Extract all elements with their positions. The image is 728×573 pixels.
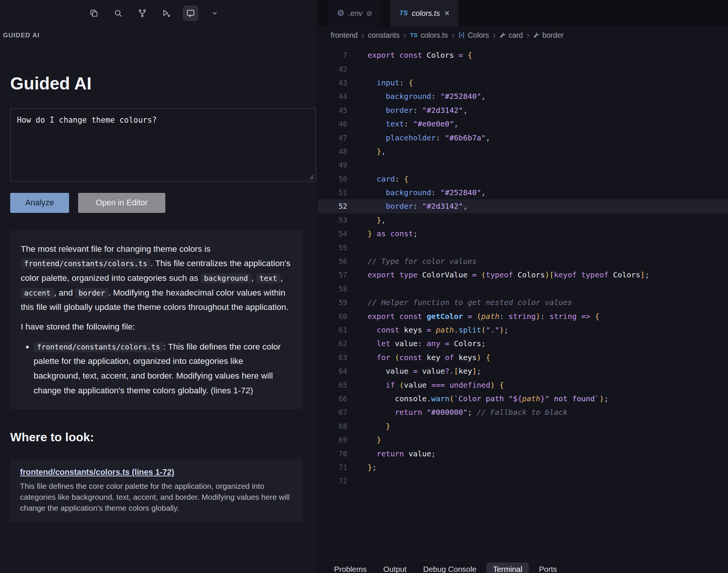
code-text: }, [368,216,386,225]
code-line-61[interactable]: 61 const keys = path.split("."); [318,323,728,337]
open-in-editor-button[interactable]: Open in Editor [78,193,165,213]
code-line-44[interactable]: 44 background: "#252840", [318,89,728,103]
code-line-54[interactable]: 54} as const; [318,227,728,240]
breadcrumb-item-border[interactable]: border [533,31,563,40]
git-branch-icon[interactable] [135,6,150,21]
code-line-60[interactable]: 60export const getColor = (path: string)… [318,309,728,323]
chevron-down-icon[interactable] [207,6,222,21]
resize-handle-icon[interactable] [309,174,314,180]
search-icon[interactable] [111,6,126,21]
line-number: 58 [318,285,347,293]
analyze-button[interactable]: Analyze [10,193,69,213]
line-number: 71 [318,463,347,471]
breadcrumb-separator: › [362,31,365,40]
code-line-45[interactable]: 45 border: "#2d3142", [318,103,728,117]
code-line-62[interactable]: 62 let value: any = Colors; [318,337,728,350]
breadcrumb-label: card [509,31,523,40]
code-line-66[interactable]: 66 console.warn(`Color path "${path}" no… [318,392,728,405]
query-input[interactable]: How do I change theme colours? [10,108,316,182]
panel-tabbar: ProblemsOutputDebug ConsoleTerminalPorts [318,560,728,573]
code-line-67[interactable]: 67 return "#000000"; // Fallback to blac… [318,405,728,419]
code-line-65[interactable]: 65 if (value === undefined) { [318,378,728,391]
code-line-71[interactable]: 71}; [318,461,728,474]
code-line-68[interactable]: 68 } [318,419,728,433]
line-number: 57 [318,271,347,279]
code-line-50[interactable]: 50 card: { [318,172,728,186]
code-line-58[interactable]: 58 [318,282,728,296]
breadcrumb-item-colors[interactable]: Colors [458,31,489,40]
breadcrumb-item-card[interactable]: card [500,31,523,40]
query-container: How do I change theme colours? [10,108,316,182]
line-number: 42 [318,65,347,73]
code-line-64[interactable]: 64 value = value?.[key]; [318,364,728,378]
line-number: 51 [318,188,347,197]
line-number: 62 [318,339,347,348]
panel-tab-output[interactable]: Output [377,562,413,573]
code-line-49[interactable]: 49 [318,158,728,172]
ts-icon: TS [410,32,418,39]
code-line-48[interactable]: 48 }, [318,145,728,158]
tab-env[interactable]: ⚙ .env ⊘ [328,0,382,26]
file-reference-description: This file defines the core color palette… [20,481,293,513]
code-line-56[interactable]: 56// Type for color values [318,254,728,268]
code-line-52[interactable]: 52 border: "#2d3142", [318,199,728,213]
line-number: 47 [318,134,347,142]
app-window: GUIDED AI Guided AI How do I change them… [0,0,728,573]
line-number: 70 [318,450,347,458]
breadcrumb-item-constants[interactable]: constants [368,31,399,40]
code-line-69[interactable]: 69 } [318,433,728,447]
line-number: 52 [318,202,347,210]
panel-tab-problems[interactable]: Problems [328,562,373,573]
line-number: 60 [318,312,347,320]
panel-tab-ports[interactable]: Ports [533,562,563,573]
code-line-7[interactable]: 7export const Colors = { [318,48,728,62]
code-text: input: { [368,78,413,87]
code-text: border: "#2d3142", [368,202,468,211]
tab-colors-ts[interactable]: TS colors.ts × [390,0,459,26]
code-line-43[interactable]: 43 input: { [318,76,728,89]
code-line-51[interactable]: 51 background: "#252840", [318,186,728,199]
copy-icon[interactable] [86,6,102,21]
code-area: 7export const Colors = {4243 input: {44 … [318,44,728,560]
breadcrumb-item-colors-ts[interactable]: TScolors.ts [410,31,448,40]
where-to-look-title: Where to look: [10,430,317,444]
panel-tab-terminal[interactable]: Terminal [486,562,528,573]
line-number: 64 [318,367,347,375]
file-reference-card: frontend/constants/colors.ts (lines 1-72… [10,459,303,522]
code-line-72[interactable]: 72 [318,474,728,488]
code-text: }; [368,463,377,472]
run-icon[interactable] [159,6,174,21]
code-line-46[interactable]: 46 text: "#e0e0e0", [318,117,728,131]
panel-tab-debug-console[interactable]: Debug Console [417,562,483,573]
code-text: export const Colors = { [368,51,472,60]
code-line-47[interactable]: 47 placeholder: "#6b6b7a", [318,131,728,144]
code-line-70[interactable]: 70 return value; [318,447,728,460]
stored-files-list: frontend/constants/colors.ts: This file … [21,340,292,398]
code-line-53[interactable]: 53 }, [318,213,728,227]
code-line-55[interactable]: 55 [318,240,728,254]
code-text: if (value === undefined) { [368,380,504,390]
code-line-59[interactable]: 59// Helper function to get nested color… [318,296,728,309]
code-line-42[interactable]: 42 [318,62,728,75]
stored-files-intro: I have stored the following file: [21,320,292,334]
code-text: // Helper function to get nested color v… [368,298,572,307]
editor-pane: ⚙ .env ⊘ TS colors.ts × frontend›constan… [317,0,728,573]
line-number: 56 [318,257,347,265]
guided-ai-icon[interactable] [183,6,198,21]
code-text: }, [368,147,386,156]
code-line-63[interactable]: 63 for (const key of keys) { [318,351,728,364]
panel-toolbar [0,0,317,26]
breadcrumb-item-frontend[interactable]: frontend [331,31,358,40]
editor-tabbar: ⚙ .env ⊘ TS colors.ts × [318,0,728,26]
close-icon[interactable]: × [445,9,449,18]
file-reference-link[interactable]: frontend/constants/colors.ts (lines 1-72… [20,468,174,477]
code-line-57[interactable]: 57export type ColorValue = (typeof Color… [318,268,728,282]
code-text: export type ColorValue = (typeof Colors)… [368,270,650,279]
gear-icon: ⚙ [337,9,345,17]
stored-file-item: frontend/constants/colors.ts: This file … [34,340,292,398]
line-number: 66 [318,394,347,403]
line-number: 61 [318,326,347,334]
code-text: } [368,422,390,431]
code-text: value = value?.[key]; [368,367,481,376]
code-text: text: "#e0e0e0", [368,119,459,128]
